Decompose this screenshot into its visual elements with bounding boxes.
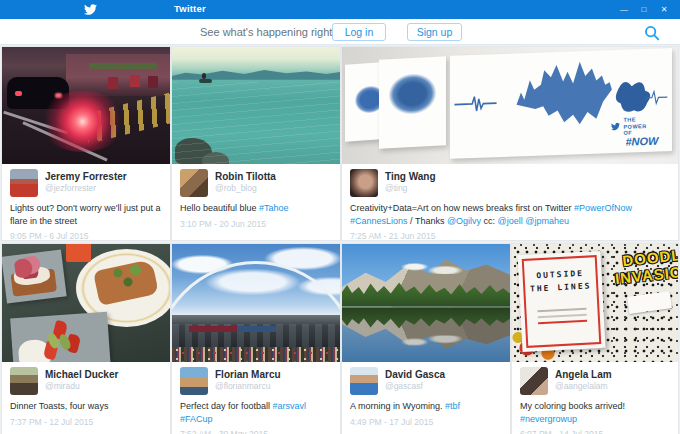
tweet-text-span: Lights out? Don't worry we'll just put a… [10, 203, 161, 226]
close-button[interactable]: ✕ [654, 0, 674, 19]
user-handle[interactable]: @jezforrester [45, 183, 127, 194]
user-row: Robin Tilotta @rob_blog [172, 164, 340, 197]
tweet-card[interactable]: David Gasca @gascasf A morning in Wyomin… [342, 244, 510, 434]
avatar[interactable] [520, 367, 548, 395]
avatar[interactable] [10, 367, 38, 395]
user-row: Ting Wang @ting [342, 164, 678, 197]
gallery-canvas-main: THE POWER OF #NOW [450, 48, 672, 159]
user-handle[interactable]: @gascasf [385, 381, 445, 392]
user-handle[interactable]: @ting [385, 183, 436, 194]
tweet-text: Dinner Toasts, four ways [10, 400, 162, 413]
tweet-text: A morning in Wyoming. #tbf [350, 400, 502, 413]
minimize-button[interactable]: — [614, 0, 634, 19]
top-header: See what's happening right now. Log in S… [0, 19, 680, 45]
mozzarella-shape [18, 338, 53, 362]
user-name[interactable]: David Gasca [385, 369, 445, 381]
user-name[interactable]: Robin Tilotta [215, 171, 276, 183]
tweet-link[interactable]: #PowerOfNow [574, 203, 632, 213]
tweet-text: Perfect day for football #arsvavl #FACup [180, 400, 332, 425]
user-name[interactable]: Angela Lam [555, 369, 612, 381]
tweet-card[interactable]: Michael Ducker @miradu Dinner Toasts, fo… [2, 244, 170, 434]
signup-button[interactable]: Sign up [407, 23, 462, 41]
mountain-scene [342, 244, 510, 307]
white-label-shape [627, 291, 672, 313]
stadium-banner [189, 326, 276, 332]
tweet-photo-lake-tahoe[interactable] [172, 47, 340, 164]
maximize-button[interactable]: □ [634, 0, 654, 19]
snow-patches [392, 335, 468, 346]
window-controls: — □ ✕ [614, 0, 674, 19]
tweet-card[interactable]: Robin Tilotta @rob_blog Hello beautiful … [172, 47, 340, 240]
avatar[interactable] [350, 367, 378, 395]
mountain-ridge-shape [172, 67, 340, 80]
tweet-link[interactable]: #nevergrowup [520, 414, 577, 424]
user-handle[interactable]: @rob_blog [215, 183, 276, 194]
orange-container [66, 244, 91, 262]
user-name[interactable]: Jeremy Forrester [45, 171, 127, 183]
tweet-text-span: Dinner Toasts, four ways [10, 401, 108, 411]
snow-patches [392, 262, 468, 275]
square-plate-shape [2, 250, 67, 304]
tweet-photo-dinner-toasts[interactable] [2, 244, 170, 362]
tweet-photo-art-gallery[interactable]: THE POWER OF #NOW [342, 47, 678, 164]
user-row: David Gasca @gascasf [342, 362, 510, 395]
user-row: Angela Lam @aangelalam [512, 362, 678, 395]
tweet-link[interactable]: #CannesLions [350, 216, 408, 226]
tweet-photo-wyoming-lake[interactable] [342, 244, 510, 362]
tweet-timestamp: 7:25 AM - 21 Jun 2015 [350, 231, 670, 240]
tweet-link[interactable]: @joell [498, 216, 523, 226]
tweet-link[interactable]: #Tahoe [259, 203, 289, 213]
crowd-strip [172, 347, 340, 362]
tweet-card[interactable]: THE POWER OF #NOW Ting Wang @ting Creati… [342, 47, 678, 240]
tweet-timestamp: 6:07 PM - 14 Jul 2015 [520, 429, 670, 434]
tweet-text-span: My coloring books arrived! [520, 401, 625, 411]
titlebar: Twitter — □ ✕ [0, 0, 680, 19]
search-icon[interactable] [643, 24, 661, 42]
tweet-link[interactable]: #tbf [445, 401, 460, 411]
lake-reflection [342, 307, 510, 362]
user-name[interactable]: Ting Wang [385, 171, 436, 183]
tweet-timestamp: 4:49 PM - 17 Jul 2015 [350, 417, 502, 427]
user-name[interactable]: Michael Ducker [45, 369, 118, 381]
avatar[interactable] [180, 367, 208, 395]
user-handle[interactable]: @miradu [45, 381, 118, 392]
tweet-card[interactable]: Florian Marcu @florianmarcu Perfect day … [172, 244, 340, 434]
user-handle[interactable]: @aangelalam [555, 381, 612, 392]
tweet-photo-wembley[interactable] [172, 244, 340, 362]
tweet-photo-coloring-books[interactable]: DOODLE INVASION OUTSIDE THE LINES [512, 244, 678, 362]
greens-topping [103, 261, 153, 292]
user-row: Michael Ducker @miradu [2, 362, 170, 395]
tweet-text-span: cc: [481, 216, 498, 226]
avatar[interactable] [350, 169, 378, 197]
book-cover: OUTSIDE THE LINES [518, 251, 606, 352]
kayaker-shape [202, 73, 206, 79]
water-texture [172, 82, 340, 164]
twitter-bird-icon [84, 3, 97, 16]
tweet-card[interactable]: DOODLE INVASION OUTSIDE THE LINES Angela… [512, 244, 678, 434]
twitter-bird-icon [611, 122, 620, 131]
book-title: OUTSIDE THE LINES [527, 267, 595, 296]
user-name[interactable]: Florian Marcu [215, 369, 281, 381]
tweet-text-span: Creativity+Data=Art on how news breaks f… [350, 203, 574, 213]
tweet-text: Hello beautiful blue #Tahoe [180, 202, 332, 215]
building-shape [66, 54, 170, 96]
user-handle[interactable]: @florianmarcu [215, 381, 281, 392]
tweet-timestamp: 3:10 PM - 20 Jun 2015 [180, 219, 332, 229]
tweet-text-span: Hello beautiful blue [180, 203, 259, 213]
tweet-text: My coloring books arrived! #nevergrowup [520, 400, 670, 425]
power-of-now-caption: THE POWER OF #NOW [611, 116, 658, 147]
awning-shape [89, 63, 156, 69]
user-row: Florian Marcu @florianmarcu [172, 362, 340, 395]
login-button[interactable]: Log in [332, 23, 386, 41]
avatar[interactable] [180, 169, 208, 197]
tweet-link[interactable]: @Ogilvy [447, 216, 481, 226]
tweet-link[interactable]: @jpmaheu [525, 216, 569, 226]
tweet-link[interactable]: #arsvavl [273, 401, 307, 411]
tweet-timestamp: 7:37 PM - 12 Jul 2015 [10, 417, 162, 427]
tweet-photo-night-street[interactable] [2, 47, 170, 164]
tweet-link[interactable]: #FACup [180, 414, 213, 424]
peach-slices [13, 255, 41, 280]
tweet-timestamp: 7:52 AM - 30 May 2015 [180, 429, 332, 434]
avatar[interactable] [10, 169, 38, 197]
tweet-card[interactable]: Jeremy Forrester @jezforrester Lights ou… [2, 47, 170, 240]
